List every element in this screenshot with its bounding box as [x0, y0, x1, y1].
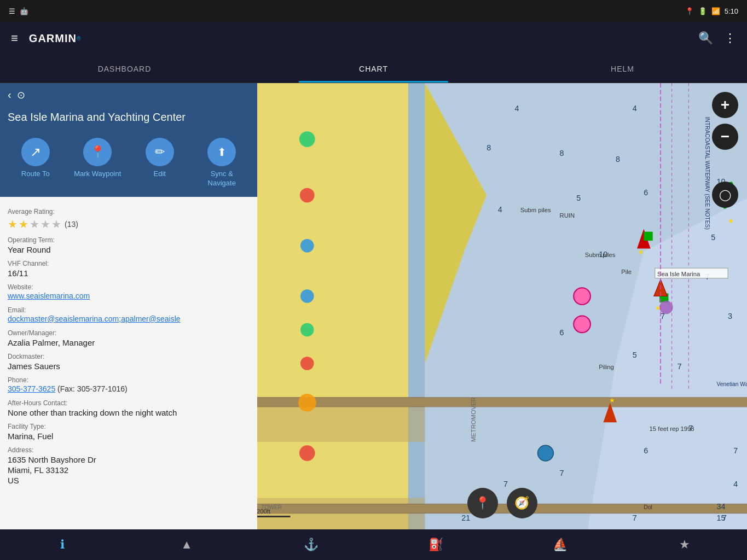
svg-text:5: 5: [711, 233, 715, 242]
map-area[interactable]: INTRACOASTAL WATERWAY (SEE NOTES) 4 4 8 …: [257, 83, 747, 529]
bottom-nav-info[interactable]: ℹ: [0, 529, 125, 560]
star-1: ★: [8, 218, 18, 231]
owner-field: Owner/Manager: Azalia Palmer, Manager: [8, 329, 250, 347]
hamburger-button[interactable]: ≡: [11, 31, 18, 45]
website-link[interactable]: www.seaislemarina.com: [8, 291, 90, 300]
bottom-nav-favorites[interactable]: ★: [623, 529, 748, 560]
zoom-out-button[interactable]: −: [712, 124, 738, 150]
app-bar-right: 🔍 ⋮: [698, 31, 736, 45]
phone-field: Phone: 305-377-3625 (Fax: 305-377-1016): [8, 376, 250, 394]
svg-text:8: 8: [487, 143, 491, 152]
fuel-icon: ⛽: [428, 538, 443, 552]
svg-text:5: 5: [633, 351, 637, 359]
bottom-nav-anchor[interactable]: ⚓: [249, 529, 374, 560]
svg-point-72: [300, 239, 314, 253]
svg-point-74: [300, 323, 314, 337]
svg-point-76: [298, 394, 316, 412]
tab-dashboard[interactable]: DASHBOARD: [0, 55, 249, 83]
after-hours-field: After-Hours Contact: None other than tra…: [8, 399, 250, 417]
star-5: ★: [51, 218, 61, 231]
svg-text:METROMOVER: METROMOVER: [470, 397, 477, 442]
mark-waypoint-button[interactable]: 📍 Mark Waypoint: [73, 138, 122, 188]
svg-point-69: [538, 445, 554, 461]
svg-point-75: [300, 357, 314, 370]
svg-point-64: [659, 301, 673, 314]
email-field: Email: dockmaster@seaislemarina.com;apal…: [8, 306, 250, 324]
marina-title: Sea Isle Marina and Yachting Center: [0, 107, 257, 131]
svg-rect-60: [644, 232, 652, 241]
status-left: ☰ 🤖: [9, 7, 28, 15]
rating-section: Average Rating: ★ ★ ★ ★ ★ (13): [8, 208, 250, 231]
panel-header: ‹ ⊙: [0, 83, 257, 107]
map-bottom-buttons: 📍 🧭: [467, 488, 537, 518]
svg-text:7: 7: [633, 514, 637, 522]
back-button[interactable]: ‹: [8, 89, 11, 101]
bottom-nav-sailboat[interactable]: ⛵: [498, 529, 623, 560]
svg-text:4: 4: [733, 480, 738, 488]
bottom-nav-navigate[interactable]: ▲: [125, 529, 250, 560]
star-3: ★: [30, 218, 39, 231]
tab-bar: DASHBOARD CHART HELM: [0, 55, 747, 83]
svg-text:Subm piles: Subm piles: [585, 252, 616, 258]
battery-icon: 🔋: [698, 7, 707, 15]
svg-text:RUIN: RUIN: [560, 212, 575, 219]
svg-text:4: 4: [498, 205, 502, 214]
app-bar: ≡ GARMIN ® 🔍 ⋮: [0, 22, 747, 55]
svg-rect-1: [257, 83, 425, 529]
svg-text:7: 7: [733, 446, 738, 455]
fax-text: (Fax: 305-377-1016): [55, 384, 128, 393]
rating-row: ★ ★ ★ ★ ★ (13): [8, 218, 250, 231]
search-button[interactable]: 🔍: [698, 31, 713, 45]
svg-text:4: 4: [633, 104, 637, 113]
target-icon: ⊙: [17, 89, 25, 101]
compass-nav-button[interactable]: 🧭: [507, 488, 537, 518]
sync-navigate-button[interactable]: ⬆ Sync & Navigate: [197, 138, 246, 188]
svg-text:15: 15: [717, 514, 726, 522]
edit-button[interactable]: ✏ Edit: [135, 138, 184, 188]
wifi-icon: 📶: [711, 7, 720, 15]
dockmaster-field: Dockmaster: James Sauers: [8, 353, 250, 371]
action-buttons: ↗ Route To 📍 Mark Waypoint ✏ Edit ⬆: [0, 131, 257, 197]
zoom-in-button[interactable]: +: [712, 92, 738, 118]
svg-text:Subm piles: Subm piles: [520, 207, 551, 213]
svg-text:7: 7: [503, 480, 508, 488]
svg-text:8: 8: [616, 155, 620, 164]
operating-term-field: Operating Term: Year Round: [8, 236, 250, 254]
bottom-nav-fuel[interactable]: ⛽: [374, 529, 499, 560]
svg-text:Piling: Piling: [599, 364, 614, 370]
svg-text:6: 6: [644, 188, 648, 197]
sailboat-icon: ⛵: [553, 538, 568, 552]
facility-type-field: Facility Type: Marina, Fuel: [8, 423, 250, 441]
svg-point-70: [299, 131, 315, 147]
svg-rect-3: [408, 83, 425, 529]
phone-link[interactable]: 305-377-3625: [8, 384, 55, 393]
tab-helm[interactable]: HELM: [498, 55, 747, 83]
star-4: ★: [40, 218, 50, 231]
location-button[interactable]: 📍: [467, 488, 498, 518]
route-to-button[interactable]: ↗ Route To: [11, 138, 60, 188]
left-panel: ‹ ⊙ Sea Isle Marina and Yachting Center …: [0, 83, 257, 529]
svg-text:Dol: Dol: [644, 504, 652, 510]
anchor-icon: ⚓: [304, 538, 319, 552]
logo-registered: ®: [77, 36, 80, 42]
svg-point-57: [574, 316, 590, 332]
menu-icon: ☰: [9, 7, 15, 15]
vhf-channel-field: VHF Channel: 16/11: [8, 260, 250, 278]
website-field: Website: www.seaislemarina.com: [8, 283, 250, 301]
svg-text:INTRACOASTAL WATERWAY (SEE NOT: INTRACOASTAL WATERWAY (SEE NOTES): [704, 117, 710, 230]
svg-text:★: ★: [655, 304, 661, 312]
more-options-button[interactable]: ⋮: [724, 31, 736, 45]
compass-button[interactable]: ◯: [712, 182, 738, 208]
svg-text:★: ★: [638, 248, 644, 256]
email-link[interactable]: dockmaster@seaislemarina.com;apalmer@sea…: [8, 314, 181, 323]
svg-text:6: 6: [644, 446, 648, 455]
svg-text:6: 6: [560, 328, 564, 337]
svg-text:★: ★: [609, 396, 615, 404]
svg-text:15 feet rep 1998: 15 feet rep 1998: [650, 425, 694, 432]
status-bar: ☰ 🤖 📍 🔋 📶 5:10: [0, 0, 747, 22]
navigate-icon: ▲: [181, 538, 193, 552]
main-content: ‹ ⊙ Sea Isle Marina and Yachting Center …: [0, 83, 747, 529]
tab-chart[interactable]: CHART: [249, 55, 498, 83]
svg-text:8: 8: [560, 149, 564, 158]
info-section: Average Rating: ★ ★ ★ ★ ★ (13) Operating…: [0, 197, 257, 491]
